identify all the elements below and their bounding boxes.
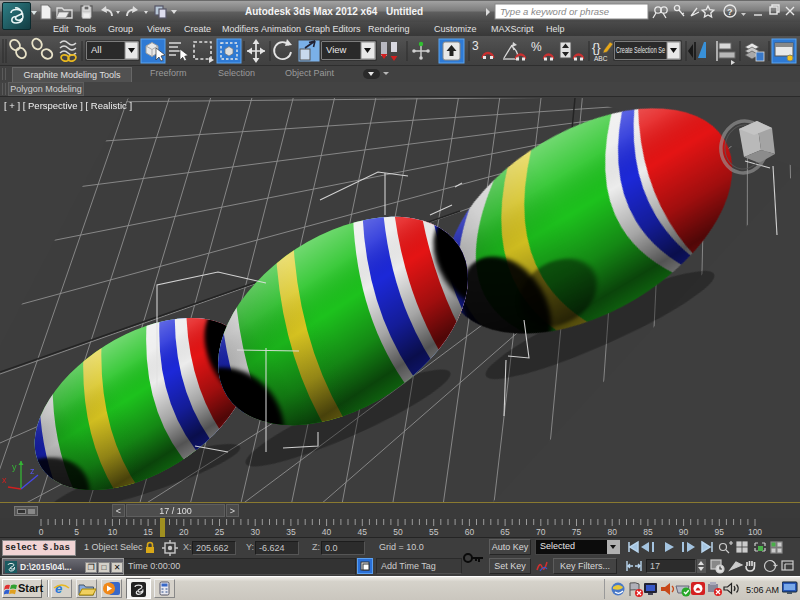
svg-text:50: 50 [393,527,403,537]
svg-text:10: 10 [108,527,118,537]
svg-text:View: View [326,44,347,55]
svg-text:All: All [91,44,102,55]
svg-text:100: 100 [748,527,762,537]
svg-text:e: e [55,581,62,596]
svg-text:z: z [30,466,35,476]
svg-text:0: 0 [39,527,44,537]
svg-text:[ + ] [ Perspective ] [ Realis: [ + ] [ Perspective ] [ Realistic ] [4,100,132,111]
svg-text:60: 60 [465,527,475,537]
svg-text:45: 45 [358,527,368,537]
svg-text:25: 25 [215,527,225,537]
svg-text:70: 70 [536,527,546,537]
svg-text:%: % [531,40,542,54]
svg-text:55: 55 [429,527,439,537]
svg-text:x: x [2,475,7,485]
svg-text:95: 95 [715,527,725,537]
svg-text:20: 20 [179,527,189,537]
svg-text:5:06 AM: 5:06 AM [746,585,779,595]
svg-text:35: 35 [286,527,296,537]
svg-text:5: 5 [74,527,79,537]
svg-text:Untitled: Untitled [386,6,423,17]
svg-text:Autodesk 3ds Max 2012 x64: Autodesk 3ds Max 2012 x64 [245,6,378,17]
svg-text:{}: {} [592,40,601,55]
svg-text:85: 85 [643,527,653,537]
svg-text:3: 3 [472,39,479,53]
svg-text:Type a keyword or phrase: Type a keyword or phrase [500,6,609,17]
svg-text:15: 15 [143,527,153,537]
svg-text:y: y [12,462,17,472]
svg-text:Create Selection Se: Create Selection Se [616,45,665,55]
svg-text:90: 90 [679,527,689,537]
svg-text:?: ? [727,7,733,17]
svg-text:75: 75 [572,527,582,537]
svg-text:80: 80 [607,527,617,537]
svg-text:65: 65 [500,527,510,537]
svg-text:40: 40 [322,527,332,537]
svg-text:ABC: ABC [594,55,608,62]
svg-text:30: 30 [250,527,260,537]
